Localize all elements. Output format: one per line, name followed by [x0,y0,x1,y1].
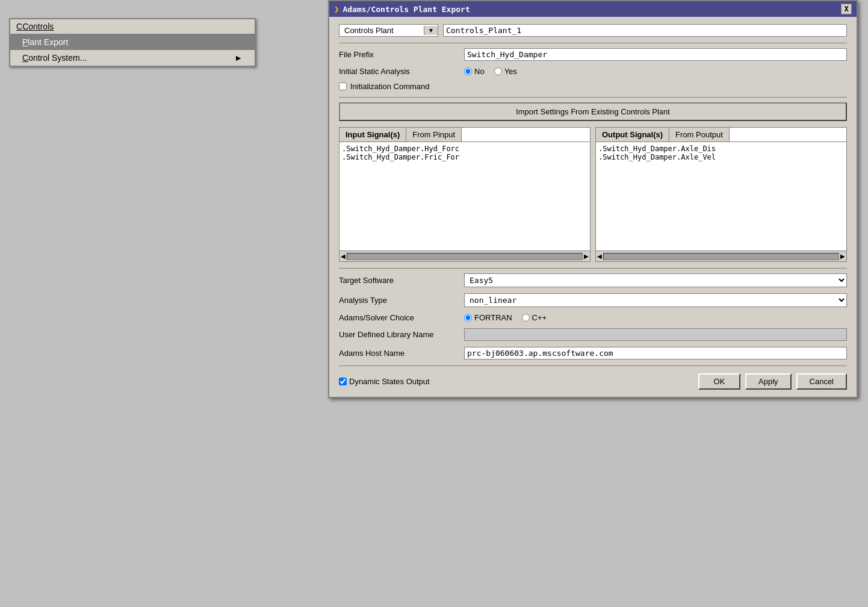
input-signal-list: .Switch_Hyd_Damper.Hyd_Forc .Switch_Hyd_… [339,142,590,251]
adams-host-row: Adams Host Name [339,347,847,360]
plant-dropdown-text: Controls Plant [339,25,424,36]
dynamic-states-row[interactable]: Dynamic States Output [339,377,430,386]
initial-static-row: Initial Static Analysis No Yes [339,67,847,76]
menu-panel: CControls Plant Export Control System...… [9,18,256,67]
divider-3 [339,268,847,269]
plant-dropdown-wrap[interactable]: Controls Plant ▼ [339,24,438,37]
input-scroll-track[interactable] [347,253,583,260]
file-prefix-input[interactable] [464,48,847,61]
dialog-title: Adams/Controls Plant Export [343,5,470,14]
file-prefix-row: File Prefix [339,48,847,61]
radio-fortran[interactable]: FORTRAN [464,313,512,322]
input-scrollbar-row: ◀ ▶ [339,251,590,261]
output-scroll-left-icon[interactable]: ◀ [597,253,602,260]
from-pinput-tab[interactable]: From Pinput [406,128,462,142]
input-signal-tab[interactable]: Input Signal(s) [339,128,406,142]
from-poutput-tab[interactable]: From Poutput [669,128,730,142]
output-signal-panel: Output Signal(s) From Poutput .Switch_Hy… [595,127,847,262]
dialog-body: Controls Plant ▼ File Prefix Initial Sta… [329,17,857,397]
input-signal-header: Input Signal(s) From Pinput [339,128,590,142]
target-software-row: Target Software Easy5 MATLAB SIMULINK [339,273,847,287]
radio-no-label: No [474,67,485,76]
radio-cpp-label: C++ [532,313,547,322]
radio-no[interactable]: No [464,67,485,76]
input-signal-item-0: .Switch_Hyd_Damper.Hyd_Forc [342,145,587,153]
signal-panels: Input Signal(s) From Pinput .Switch_Hyd_… [339,127,847,262]
output-signal-header: Output Signal(s) From Poutput [596,128,846,142]
output-signal-tab[interactable]: Output Signal(s) [596,128,669,142]
user-lib-row: User Defined Library Name [339,328,847,341]
radio-cpp[interactable]: C++ [522,313,547,322]
submenu-arrow-icon: ► [234,53,243,63]
init-command-checkbox[interactable] [339,82,347,90]
radio-no-input[interactable] [464,67,472,75]
dynamic-states-label: Dynamic States Output [349,377,430,386]
dialog-buttons: OK Apply Cancel [698,373,847,390]
output-scroll-track[interactable] [603,253,839,260]
target-software-control: Easy5 MATLAB SIMULINK [464,273,847,287]
file-prefix-label: File Prefix [339,50,459,59]
radio-yes-label: Yes [504,67,517,76]
dialog: ❯ Adams/Controls Plant Export X Controls… [328,0,858,398]
solver-choice-row: Adams/Solver Choice FORTRAN C++ [339,313,847,322]
radio-cpp-input[interactable] [522,314,530,322]
output-signal-item-1: .Switch_Hyd_Damper.Axle_Vel [598,153,844,161]
close-button[interactable]: X [841,4,852,14]
output-signal-item-0: .Switch_Hyd_Damper.Axle_Dis [598,145,844,153]
file-prefix-control [464,48,847,61]
output-scrollbar-row: ◀ ▶ [596,251,846,261]
menu-item-plant-export[interactable]: Plant Export [10,34,255,50]
titlebar-left: ❯ Adams/Controls Plant Export [334,4,470,14]
solver-radio-group: FORTRAN C++ [464,313,547,322]
init-command-label: Initialization Command [350,82,430,91]
divider-4 [339,366,847,366]
dialog-icon: ❯ [334,4,339,14]
analysis-type-select[interactable]: non_linear linear [464,293,847,307]
dialog-titlebar: ❯ Adams/Controls Plant Export X [329,1,857,17]
target-software-select[interactable]: Easy5 MATLAB SIMULINK [464,273,847,287]
adams-host-label: Adams Host Name [339,349,459,358]
divider-2 [339,97,847,98]
solver-choice-label: Adams/Solver Choice [339,313,459,322]
top-row: Controls Plant ▼ [339,24,847,37]
bottom-buttons-row: Dynamic States Output OK Apply Cancel [339,373,847,390]
menu-title: CControls [10,19,255,34]
menu-item-control-system[interactable]: Control System... ► [10,50,255,66]
radio-fortran-input[interactable] [464,314,472,322]
divider-1 [339,43,847,43]
import-button[interactable]: Import Settings From Existing Controls P… [339,102,847,121]
adams-host-control [464,347,847,360]
plant-name-input[interactable] [443,24,847,37]
input-scroll-left-icon[interactable]: ◀ [341,253,346,260]
menu-item-label: Plant Export [22,37,68,47]
output-scroll-right-icon[interactable]: ▶ [840,253,845,260]
init-command-row: Initialization Command [339,82,847,91]
cancel-button[interactable]: Cancel [796,373,847,390]
ok-button[interactable]: OK [698,373,740,390]
analysis-type-label: Analysis Type [339,296,459,305]
analysis-type-control: non_linear linear [464,293,847,307]
apply-button[interactable]: Apply [745,373,792,390]
radio-fortran-label: FORTRAN [474,313,512,322]
dynamic-states-checkbox[interactable] [339,378,347,385]
menu-item-label: Control System... [22,53,87,63]
initial-static-label: Initial Static Analysis [339,67,459,76]
radio-yes[interactable]: Yes [494,67,517,76]
input-signal-item-1: .Switch_Hyd_Damper.Fric_For [342,153,587,161]
output-signal-list: .Switch_Hyd_Damper.Axle_Dis .Switch_Hyd_… [596,142,846,251]
input-scroll-right-icon[interactable]: ▶ [584,253,589,260]
initial-static-radio-group: No Yes [464,67,517,76]
radio-yes-input[interactable] [494,67,502,75]
analysis-type-row: Analysis Type non_linear linear [339,293,847,307]
user-lib-input[interactable] [464,328,847,341]
user-lib-label: User Defined Library Name [339,330,459,339]
user-lib-control [464,328,847,341]
plant-dropdown-arrow-icon[interactable]: ▼ [424,26,438,35]
adams-host-input[interactable] [464,347,847,360]
input-signal-panel: Input Signal(s) From Pinput .Switch_Hyd_… [339,127,591,262]
target-software-label: Target Software [339,276,459,285]
